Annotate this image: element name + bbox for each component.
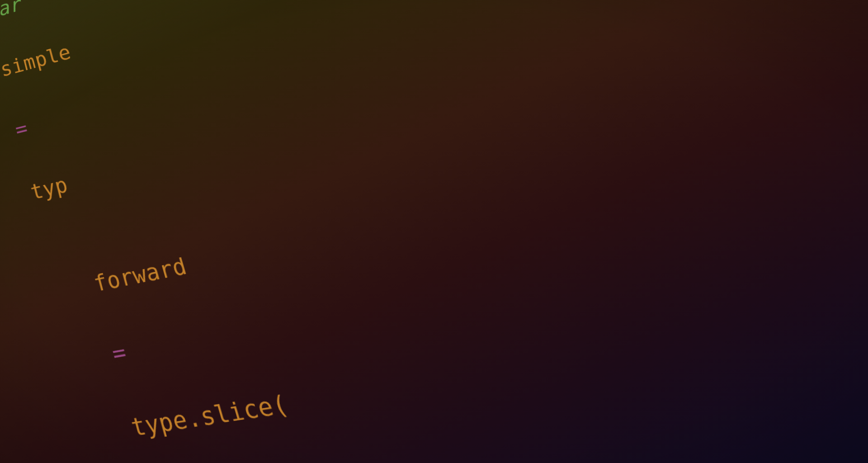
token-expr: type.slice(: [128, 389, 292, 442]
token-operator: =: [13, 116, 30, 142]
token-operator: =: [109, 338, 129, 368]
token-keyword-var: var: [0, 0, 23, 24]
token-ident: simple: [0, 40, 73, 81]
token-ident: forward: [91, 252, 190, 297]
token-ident: typ: [28, 172, 71, 204]
code-editor-view: HILD" var simple = typ forward = type.sl…: [0, 0, 868, 463]
